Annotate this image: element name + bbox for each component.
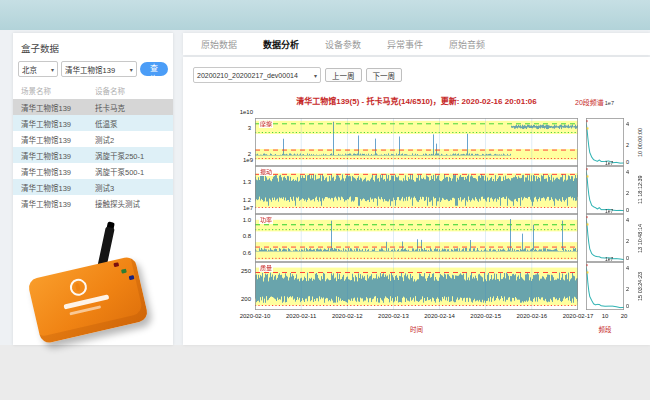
y-tick-label: 1.2 — [223, 197, 251, 203]
scene-cell: 清华工物馆139 — [21, 182, 95, 193]
y-tick-label: 0.8 — [223, 233, 251, 239]
spectrum-y-tick: 4 — [626, 217, 629, 223]
scene-cell: 清华工物馆139 — [21, 198, 95, 209]
tab-device-params[interactable]: 设备参数 — [325, 38, 361, 51]
spectrum-y-tick: 0 — [626, 303, 629, 309]
spectrum-y-tick: 0 — [626, 159, 629, 165]
tab-raw-data[interactable]: 原始数据 — [201, 38, 237, 51]
y-tick-label: 1.0 — [223, 217, 251, 223]
spectrum-row-timestamp: 15 03:24:23 — [635, 262, 645, 310]
spectrum-row-timestamp: 13 10:48:14 — [635, 214, 645, 262]
led-red-icon — [113, 262, 119, 267]
y-tick-label: 1.3 — [223, 179, 251, 185]
y-tick-label: 250 — [223, 268, 251, 274]
panel-ylabel: 功率 — [259, 217, 273, 224]
spectrum-y-tick: 0 — [626, 255, 629, 261]
spectrum-y-tick: 0 — [626, 207, 629, 213]
spectrum-y-tick: 4 — [626, 265, 629, 271]
device-cell: 测试2 — [95, 134, 114, 145]
x-tick-label: 2020-02-16 — [512, 313, 552, 319]
main-plot-canvas — [255, 262, 578, 310]
main-tabs: 原始数据 数据分析 设备参数 异常事件 原始音频 — [183, 33, 650, 55]
panel-ylabel: 摩擦 — [259, 121, 273, 128]
query-button[interactable]: 查询 — [140, 62, 168, 76]
tab-abnormal-events[interactable]: 异常事件 — [387, 38, 423, 51]
city-select-value: 北京 — [22, 64, 37, 75]
x-tick-label: 2020-02-10 — [235, 313, 275, 319]
spectrum-exponent: 1e7 — [605, 100, 614, 106]
footer-strip: ✽ 清华大学 Tsinghua University 新闻 NEWS — [0, 345, 650, 400]
x-tick-label: 2020-02-15 — [466, 313, 506, 319]
y-tick-label: 200 — [223, 296, 251, 302]
table-row[interactable]: 清华工物馆139接触探头测试 — [13, 195, 173, 211]
spectrum-title-text: 20段频谱 — [575, 99, 604, 106]
brand-logo-icon — [68, 277, 88, 297]
chart-area: 清华工物馆139(5) - 托卡马克(14/6510)，更新: 2020-02-… — [183, 57, 650, 345]
axis-exponent: 1e7 — [223, 205, 253, 211]
table-row[interactable]: 清华工物馆139托卡马克 — [13, 99, 173, 115]
spectrum-title: 20段频谱1e7 — [575, 97, 645, 107]
spectrum-offset-label: 1e7 — [605, 256, 613, 262]
spectrum-canvas — [586, 214, 624, 262]
table-row[interactable]: 清华工物馆139涡旋干泵250-1 — [13, 147, 173, 163]
device-table-header: 场景名称 设备名称 — [13, 81, 173, 99]
device-cell: 低温泵 — [95, 118, 118, 129]
table-row[interactable]: 清华工物馆139测试3 — [13, 179, 173, 195]
spectrum-canvas — [586, 166, 624, 214]
device-cell: 涡旋干泵500-1 — [95, 166, 144, 177]
panel-ylabel: 质量 — [259, 265, 273, 272]
x-tick-label: 2020-02-14 — [420, 313, 460, 319]
x-tick-label: 2020-02-12 — [327, 313, 367, 319]
site-select-value: 清华工物馆139 — [65, 64, 115, 75]
scene-cell: 清华工物馆139 — [21, 150, 95, 161]
device-table: 清华工物馆139托卡马克清华工物馆139低温泵清华工物馆139测试2清华工物馆1… — [13, 99, 173, 211]
table-row[interactable]: 清华工物馆139测试2 — [13, 131, 173, 147]
scene-column-header: 场景名称 — [21, 85, 95, 96]
led-blue-icon — [129, 275, 135, 280]
table-row[interactable]: 清华工物馆139涡旋干泵500-1 — [13, 163, 173, 179]
brand-text-blur — [63, 294, 109, 309]
sidebar-title: 盒子数据 — [13, 33, 173, 60]
sidebar-panel: 盒子数据 北京 ▾ 清华工物馆139 ▾ 查询 场景名称 设备名称 清华工物馆1… — [13, 33, 173, 345]
device-cell: 接触探头测试 — [95, 198, 140, 209]
spectrum-row-timestamp: 10 00:00:00 — [635, 118, 645, 166]
spectrum-canvas — [586, 118, 624, 166]
spectrum-y-tick: 2 — [626, 190, 629, 196]
spectrum-canvas — [586, 262, 624, 310]
chevron-down-icon: ▾ — [130, 66, 133, 73]
y-tick-label: 3 — [223, 125, 251, 131]
top-banner — [0, 0, 650, 30]
spectrum-x-axis-label: 频段 — [583, 324, 627, 334]
device-column-header: 设备名称 — [95, 85, 125, 96]
spectrum-y-tick: 4 — [626, 121, 629, 127]
axis-exponent: 1e9 — [223, 157, 253, 163]
y-tick-label: 0.6 — [223, 250, 251, 256]
main-plot-canvas — [255, 118, 578, 166]
spectrum-y-tick: 2 — [626, 286, 629, 292]
site-select[interactable]: 清华工物馆139 ▾ — [61, 61, 137, 77]
spectrum-offset-label: 1e7 — [605, 160, 613, 166]
led-green-icon — [121, 269, 127, 274]
tab-data-analysis[interactable]: 数据分析 — [263, 38, 299, 51]
city-select[interactable]: 北京 ▾ — [18, 61, 58, 77]
main-plot-canvas — [255, 166, 578, 214]
spectrum-y-tick: 2 — [626, 142, 629, 148]
chart-title: 清华工物馆139(5) - 托卡马克(14/6510)，更新: 2020-02-… — [255, 95, 578, 106]
device-cell: 涡旋干泵250-1 — [95, 150, 144, 161]
x-tick-label: 2020-02-13 — [373, 313, 413, 319]
spectrum-y-tick: 4 — [626, 169, 629, 175]
x-tick-label: 2020-02-11 — [281, 313, 321, 319]
device-photo — [27, 239, 157, 343]
panel-ylabel: 振动 — [259, 169, 273, 176]
spectrum-row-timestamp: 11 18:12:39 — [635, 166, 645, 214]
axis-exponent: 1e10 — [223, 109, 253, 115]
device-cell: 测试3 — [95, 182, 114, 193]
table-row[interactable]: 清华工物馆139低温泵 — [13, 115, 173, 131]
main-plot-canvas — [255, 214, 578, 262]
y-tick-label: 2 — [223, 151, 251, 157]
app-window: ✽ 清华大学 Tsinghua University 新闻 NEWS 盒子数据 … — [0, 0, 650, 400]
sidebar-controls: 北京 ▾ 清华工物馆139 ▾ 查询 — [13, 60, 173, 81]
x-axis-label: 时间 — [255, 324, 578, 334]
tab-raw-audio[interactable]: 原始音频 — [449, 38, 485, 51]
spectrum-offset-label: 1e7 — [605, 208, 613, 214]
